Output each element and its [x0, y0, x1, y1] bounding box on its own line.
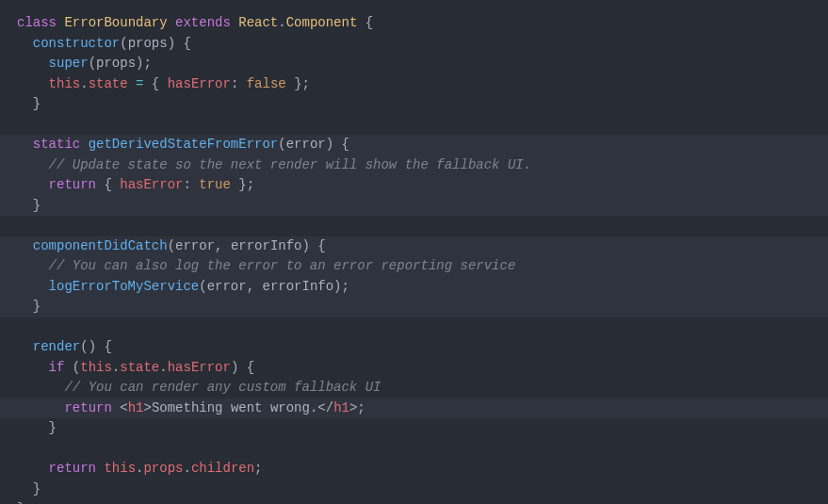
code-token: ) — [326, 137, 333, 152]
code-token: } — [33, 299, 41, 314]
code-token: { — [247, 360, 254, 375]
code-token: ( — [89, 56, 96, 71]
code-token: getDerivedStateFromError — [89, 137, 279, 152]
code-token: { — [317, 238, 325, 253]
code-token — [112, 177, 120, 192]
code-token — [168, 15, 175, 30]
code-line — [0, 216, 828, 236]
code-token: () — [80, 339, 96, 354]
code-line — [0, 439, 828, 460]
code-token: logErrorToMyService — [49, 279, 200, 294]
code-token: class — [17, 15, 57, 30]
code-token: h1 — [128, 400, 144, 415]
code-token: { — [104, 339, 111, 354]
code-token: state — [89, 76, 128, 91]
code-token: // You can render any custom fallback UI — [64, 380, 381, 395]
code-token: } — [49, 420, 57, 435]
code-line: this.state = { hasError: false }; — [0, 74, 828, 95]
code-line: } — [0, 480, 828, 500]
code-line: if (this.state.hasError) { — [0, 358, 828, 379]
code-token — [143, 76, 151, 91]
code-token: this — [49, 76, 81, 91]
code-line: render() { — [0, 337, 828, 358]
code-token: ( — [73, 360, 80, 375]
code-line: constructor(props) { — [0, 34, 828, 55]
code-token: hasError — [168, 76, 231, 91]
code-token: true — [199, 177, 231, 192]
code-token: error — [207, 279, 247, 294]
code-token: . — [159, 360, 167, 375]
code-token: constructor — [33, 36, 120, 51]
code-token: ( — [199, 279, 206, 294]
code-token: } — [33, 198, 41, 213]
code-token: // Update state so the next render will … — [49, 157, 531, 172]
code-line: } — [0, 297, 828, 317]
code-token: Component — [286, 15, 358, 30]
code-token: error — [286, 137, 326, 152]
code-token — [286, 76, 294, 91]
code-line — [0, 317, 828, 338]
code-token: ( — [168, 238, 175, 253]
code-token: return — [64, 400, 111, 415]
code-line: // You can render any custom fallback UI — [0, 378, 828, 398]
code-token: { — [183, 36, 190, 51]
code-token: false — [247, 76, 286, 91]
code-token: Something went wrong. — [152, 400, 317, 415]
code-token: ErrorBoundary — [64, 15, 167, 30]
code-token: { — [342, 137, 349, 152]
code-token: >; — [349, 400, 365, 415]
code-line: return { hasError: true }; — [0, 175, 828, 196]
code-token: children — [191, 461, 254, 476]
code-token: , — [247, 279, 254, 294]
code-token: if — [49, 360, 65, 375]
code-line: } — [0, 499, 828, 504]
code-token: return — [49, 461, 96, 476]
code-line: return this.props.children; — [0, 459, 828, 480]
code-token — [231, 15, 238, 30]
code-token — [357, 15, 365, 30]
code-token: props — [128, 36, 168, 51]
code-line: // You can also log the error to an erro… — [0, 256, 828, 277]
code-token: props — [143, 461, 183, 476]
code-token: </ — [317, 400, 333, 415]
code-line: class ErrorBoundary extends React.Compon… — [0, 13, 828, 34]
code-token: ( — [278, 137, 285, 152]
code-token — [80, 137, 88, 152]
code-token: . — [80, 76, 88, 91]
code-token: hasError — [168, 360, 231, 375]
code-token: super — [49, 56, 89, 71]
code-token — [112, 400, 120, 415]
code-token: . — [278, 15, 285, 30]
code-token: ); — [136, 56, 152, 71]
code-token: { — [104, 177, 111, 192]
code-token: > — [143, 400, 151, 415]
code-token: extends — [175, 15, 231, 30]
code-token — [333, 137, 341, 152]
code-line: return <h1>Something went wrong.</h1>; — [0, 398, 828, 419]
code-token: { — [365, 15, 373, 30]
code-line: super(props); — [0, 54, 828, 74]
code-token: }; — [294, 76, 310, 91]
code-token: errorInfo — [231, 238, 302, 253]
code-block[interactable]: class ErrorBoundary extends React.Compon… — [0, 13, 828, 504]
code-line: } — [0, 196, 828, 217]
code-token — [64, 360, 72, 375]
code-token — [159, 76, 167, 91]
code-token: < — [120, 400, 127, 415]
code-token: this — [104, 461, 136, 476]
code-line: static getDerivedStateFromError(error) { — [0, 135, 828, 155]
code-line: } — [0, 418, 828, 439]
code-token: errorInfo — [262, 279, 333, 294]
code-token: : — [183, 177, 190, 192]
code-token — [238, 360, 246, 375]
code-token: state — [120, 360, 159, 375]
code-line — [0, 115, 828, 136]
code-token: ) — [168, 36, 175, 51]
code-line: } — [0, 94, 828, 115]
code-token: }; — [238, 177, 254, 192]
code-token: componentDidCatch — [33, 238, 168, 253]
code-token: . — [112, 360, 120, 375]
code-token: render — [33, 339, 80, 354]
code-token — [222, 238, 230, 253]
code-token: ) — [302, 238, 310, 253]
